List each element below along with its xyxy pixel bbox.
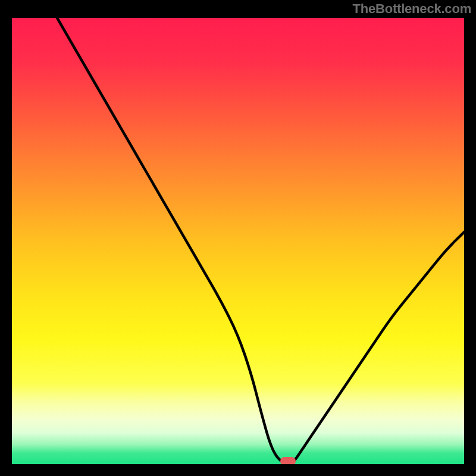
bottleneck-curve xyxy=(12,18,464,464)
chart-frame: TheBottleneck.com xyxy=(0,0,476,476)
watermark-text: TheBottleneck.com xyxy=(352,1,471,17)
optimal-marker xyxy=(280,457,296,464)
plot-area xyxy=(12,18,464,464)
